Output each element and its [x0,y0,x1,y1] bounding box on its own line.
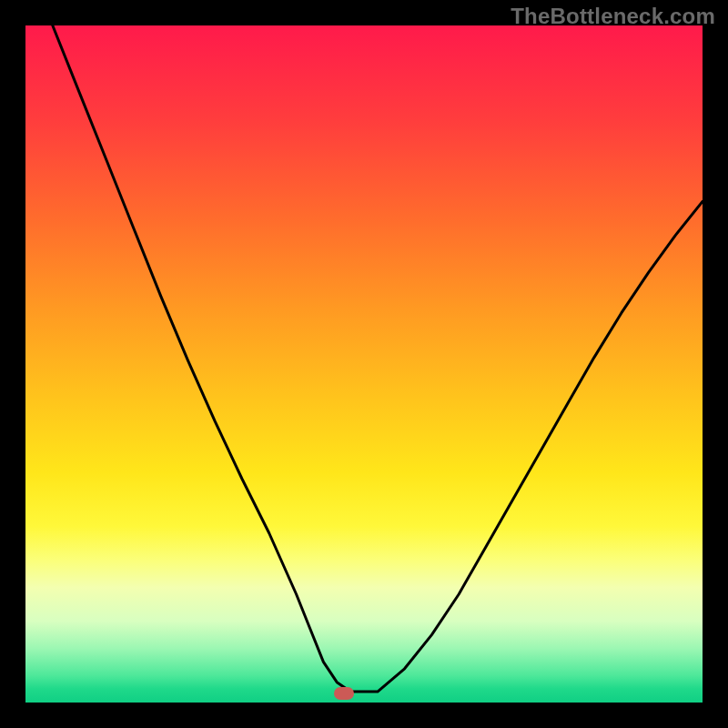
plot-area [25,25,703,703]
bottleneck-curve [53,25,703,692]
watermark-text: TheBottleneck.com [511,4,715,29]
optimum-marker [334,687,354,700]
chart-frame: TheBottleneck.com [0,0,728,728]
curve-svg [25,25,703,703]
